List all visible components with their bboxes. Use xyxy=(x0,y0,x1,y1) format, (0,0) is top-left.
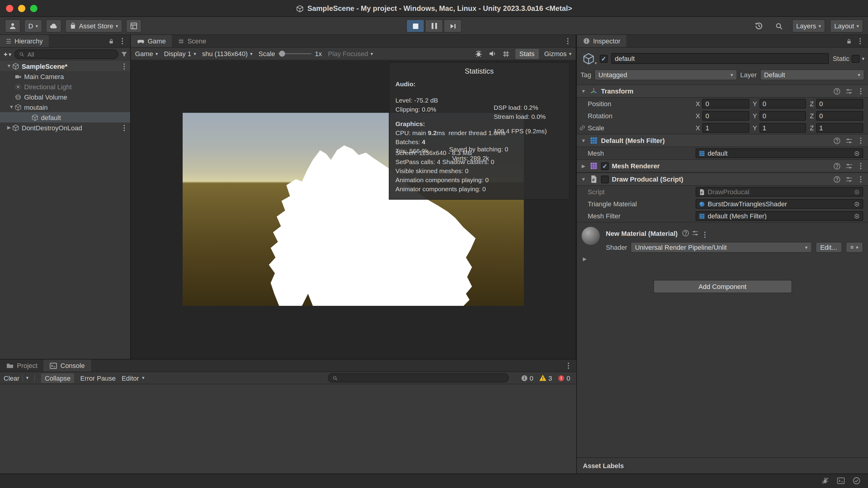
help-icon[interactable] xyxy=(833,87,841,95)
object-picker-icon[interactable] xyxy=(854,189,860,195)
asset-labels-section[interactable]: Asset Labels xyxy=(577,457,868,473)
foldout-open-icon[interactable]: ▼ xyxy=(8,104,14,110)
stats-toggle-button[interactable]: Stats xyxy=(515,49,538,59)
mesh-object-field[interactable]: default xyxy=(695,148,863,158)
activity-check-icon[interactable] xyxy=(852,477,861,485)
chevron-down-icon[interactable]: ▾ xyxy=(862,56,864,61)
kebab-menu-icon[interactable]: ⋮ xyxy=(857,175,864,183)
clear-button[interactable]: Clear ▾ xyxy=(4,374,29,381)
scale-slider-knob[interactable] xyxy=(279,51,285,57)
kebab-menu-icon[interactable]: ⋮ xyxy=(565,362,572,369)
foldout-closed-icon[interactable]: ▶ xyxy=(6,125,12,130)
position-x-input[interactable] xyxy=(703,99,749,109)
link-scale-icon[interactable] xyxy=(579,124,586,132)
kebab-menu-icon[interactable]: ⋮ xyxy=(857,137,864,144)
search-filter-icon[interactable] xyxy=(121,51,128,58)
layers-dropdown[interactable]: Layers ▾ xyxy=(792,19,825,33)
hierarchy-row-default[interactable]: default xyxy=(0,112,130,122)
tab-scene[interactable]: Scene xyxy=(172,35,212,47)
info-count-toggle[interactable]: 0 xyxy=(521,374,533,381)
mesh-renderer-component-header[interactable]: ▶ ✓ Mesh Renderer ⋮ xyxy=(577,159,868,173)
hierarchy-row-moutain[interactable]: ▼ moutain xyxy=(0,102,130,112)
lock-icon[interactable] xyxy=(846,38,852,44)
object-picker-icon[interactable] xyxy=(854,212,860,219)
help-icon[interactable] xyxy=(833,162,841,170)
hierarchy-row-directional-light[interactable]: Directional Light xyxy=(0,81,130,92)
presets-icon[interactable] xyxy=(845,137,853,144)
undo-history-button[interactable] xyxy=(751,19,767,33)
kebab-menu-icon[interactable]: ⋮ xyxy=(564,37,571,45)
scale-y-input[interactable] xyxy=(760,123,806,133)
mes h-filter-component-header[interactable]: ▼ Default (Mesh Filter) ⋮ xyxy=(577,134,868,147)
kebab-menu-icon[interactable]: ⋮ xyxy=(857,162,864,170)
account-button[interactable] xyxy=(5,19,21,33)
hierarchy-search-field[interactable] xyxy=(15,50,118,59)
tab-console[interactable]: Console xyxy=(44,360,91,372)
resolution-dropdown[interactable]: shu (1136x640) ▾ xyxy=(202,50,253,57)
gameobject-icon-button[interactable]: ▾ xyxy=(581,51,596,66)
triangle-material-object-field[interactable]: BurstDrawTrianglesShader xyxy=(695,199,863,209)
tab-game[interactable]: Game xyxy=(131,35,172,47)
presets-icon[interactable] xyxy=(845,87,853,95)
console-search-field[interactable] xyxy=(328,373,508,382)
draw-producal-component-header[interactable]: ▼ Draw Producal (Script) ⋮ xyxy=(577,173,868,186)
hierarchy-row-global-volume[interactable]: Global Volume xyxy=(0,92,130,102)
status-console-icon[interactable] xyxy=(837,477,845,485)
debugger-disabled-bug-icon[interactable] xyxy=(821,477,830,485)
vsync-grid-icon[interactable] xyxy=(502,50,510,58)
layer-dropdown[interactable]: Default ▾ xyxy=(760,69,864,80)
foldout-open-icon[interactable]: ▼ xyxy=(6,63,12,69)
object-picker-icon[interactable] xyxy=(854,150,860,156)
create-object-button[interactable]: + ▾ xyxy=(2,51,12,58)
hierarchy-row-scene[interactable]: ▼ SampleScene* ⋮ xyxy=(0,61,130,71)
presets-icon[interactable] xyxy=(845,175,853,183)
scale-x-input[interactable] xyxy=(703,123,749,133)
active-checkbox[interactable]: ✓ xyxy=(600,55,608,62)
console-search-input[interactable] xyxy=(340,375,504,381)
object-picker-icon[interactable] xyxy=(854,201,860,207)
tab-inspector[interactable]: Inspector xyxy=(577,35,627,47)
position-z-input[interactable] xyxy=(816,99,863,109)
material-list-button[interactable]: ≡ ▾ xyxy=(845,242,863,253)
shader-dropdown[interactable]: Universal Render Pipeline/Unlit ▾ xyxy=(631,242,812,253)
error-count-toggle[interactable]: 0 xyxy=(558,374,570,381)
collapse-toggle[interactable]: Collapse xyxy=(41,373,74,383)
account-dropdown[interactable]: D ▾ xyxy=(24,19,42,33)
component-enabled-checkbox[interactable]: ✓ xyxy=(601,162,609,170)
rotation-z-input[interactable] xyxy=(816,111,863,121)
frame-debugger-bug-icon[interactable] xyxy=(474,50,483,58)
package-manager-button[interactable] xyxy=(126,19,142,33)
foldout-open-icon[interactable]: ▼ xyxy=(581,176,587,182)
scale-slider[interactable] xyxy=(278,53,312,54)
editor-dropdown[interactable]: Editor ▾ xyxy=(122,374,145,381)
scale-z-input[interactable] xyxy=(816,123,863,133)
display-dropdown[interactable]: Display 1 ▾ xyxy=(164,50,196,57)
step-button[interactable] xyxy=(444,19,462,33)
play-focused-dropdown[interactable]: Play Focused ▾ xyxy=(328,50,373,57)
game-view-mode-dropdown[interactable]: Game ▾ xyxy=(135,50,158,57)
pause-button[interactable] xyxy=(425,19,443,33)
help-icon[interactable] xyxy=(682,229,689,237)
foldout-closed-icon[interactable]: ▶ xyxy=(581,163,587,169)
component-enabled-checkbox[interactable] xyxy=(601,175,609,183)
play-stop-button[interactable] xyxy=(406,19,424,33)
mute-audio-speaker-icon[interactable] xyxy=(488,50,496,58)
help-icon[interactable] xyxy=(833,175,841,183)
kebab-menu-icon[interactable]: ⋮ xyxy=(119,37,126,45)
kebab-menu-icon[interactable]: ⋮ xyxy=(701,230,709,238)
asset-store-button[interactable]: Asset Store ▾ xyxy=(65,19,122,33)
rotation-y-input[interactable] xyxy=(760,111,806,121)
kebab-menu-icon[interactable]: ⋮ xyxy=(857,37,864,45)
add-component-button[interactable]: Add Component xyxy=(653,280,792,293)
warning-count-toggle[interactable]: 3 xyxy=(539,374,552,382)
kebab-menu-icon[interactable]: ⋮ xyxy=(121,62,128,70)
presets-icon[interactable] xyxy=(692,229,700,237)
tab-hierarchy[interactable]: ☰ Hierarchy xyxy=(0,35,49,47)
transform-component-header[interactable]: ▼ Transform ⋮ xyxy=(577,84,868,98)
global-search-button[interactable] xyxy=(772,19,787,33)
script-object-field[interactable]: DrawProducal xyxy=(695,187,863,197)
presets-icon[interactable] xyxy=(845,162,853,170)
error-pause-toggle[interactable]: Error Pause xyxy=(80,374,116,381)
console-log-area[interactable] xyxy=(0,385,576,473)
foldout-open-icon[interactable]: ▼ xyxy=(581,138,587,143)
